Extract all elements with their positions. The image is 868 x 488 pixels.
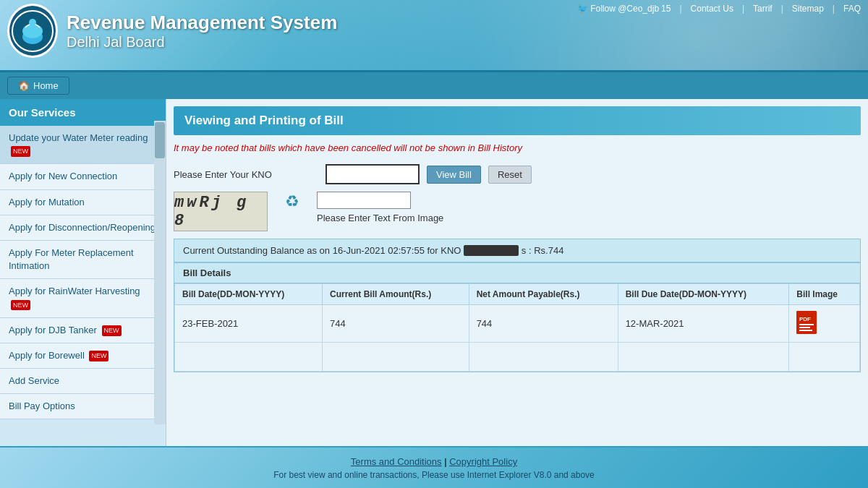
twitter-link[interactable]: 🐦 Follow @Ceo_djb 15	[577, 4, 671, 14]
sidebar-item-tanker[interactable]: Apply for DJB Tanker NEW	[0, 318, 166, 343]
org-subtitle: Delhi Jal Board	[67, 34, 337, 51]
sidebar-item-label: Apply for Borewell	[9, 350, 85, 361]
refresh-icon: ♻	[285, 192, 299, 211]
captcha-input[interactable]	[317, 192, 411, 209]
twitter-count: 15	[661, 4, 671, 14]
sidebar-item-add-service[interactable]: Add Service	[0, 369, 166, 394]
sidebar-item-label: Apply for DJB Tanker	[9, 325, 97, 335]
kno-masked	[464, 245, 519, 256]
empty-cell-1	[175, 343, 323, 372]
divider-2: |	[742, 4, 744, 14]
svg-rect-8	[799, 330, 812, 331]
sidebar-item-label: Bill Pay Options	[9, 401, 75, 411]
home-navigation: 🏠 Home	[0, 72, 868, 99]
sidebar-item-label: Apply for Mutation	[9, 197, 85, 207]
new-badge-borewell: NEW	[89, 351, 109, 361]
bill-date-cell: 23-FEB-2021	[175, 305, 323, 343]
org-logo	[7, 4, 58, 58]
table-row-empty	[175, 343, 860, 372]
divider-3: |	[781, 4, 783, 14]
new-badge-tanker: NEW	[102, 325, 122, 336]
empty-cell-4	[618, 343, 789, 372]
empty-cell-2	[323, 343, 469, 372]
new-badge-rainwater: NEW	[11, 300, 30, 311]
sidebar-item-label: Apply for RainWater Harvesting	[9, 286, 140, 296]
balance-amount: s : Rs.744	[522, 245, 564, 256]
view-bill-button[interactable]: View Bill	[427, 166, 481, 184]
sitemap-link[interactable]: Sitemap	[792, 4, 824, 14]
col-header-bill-date: Bill Date(DD-MON-YYYY)	[175, 284, 323, 305]
kno-input[interactable]	[326, 164, 420, 184]
sidebar-item-label: Apply For Meter Replacement Intimation	[9, 247, 134, 271]
contact-us-link[interactable]: Contact Us	[691, 4, 733, 14]
main-layout: Our Services Update your Water Meter rea…	[0, 99, 868, 446]
bill-table-body: 23-FEB-2021 744 744 12-MAR-2021 PDF	[175, 305, 860, 372]
col-header-due-date: Bill Due Date(DD-MON-YYYY)	[618, 284, 789, 305]
current-amount-cell: 744	[323, 305, 469, 343]
svg-rect-6	[799, 324, 814, 325]
home-label: Home	[33, 80, 59, 91]
captcha-image: mwRj g 8	[174, 192, 268, 231]
logo-area: Revenue Management System Delhi Jal Boar…	[7, 4, 337, 58]
org-name: Revenue Management System Delhi Jal Boar…	[67, 12, 337, 51]
col-header-current-amount: Current Bill Amount(Rs.)	[323, 284, 469, 305]
kno-label: Please Enter Your KNO	[174, 169, 318, 180]
sidebar-item-bill-pay[interactable]: Bill Pay Options	[0, 394, 166, 419]
captcha-refresh-button[interactable]: ♻	[282, 192, 302, 212]
due-date-cell: 12-MAR-2021	[618, 305, 789, 343]
home-button[interactable]: 🏠 Home	[7, 77, 69, 95]
svg-rect-7	[799, 327, 810, 328]
sidebar-item-new-connection[interactable]: Apply for New Connection	[0, 164, 166, 189]
empty-cell-3	[469, 343, 618, 372]
bill-table-container: Bill Details Bill Date(DD-MON-YYYY) Curr…	[174, 262, 861, 372]
sidebar-item-disconnection[interactable]: Apply for Disconnection/Reopening	[0, 215, 166, 241]
terms-link[interactable]: Terms and Conditions	[351, 456, 442, 467]
captcha-input-area: Please Enter Text From Image	[317, 192, 443, 223]
twitter-icon: 🐦	[577, 4, 588, 14]
bill-image-cell[interactable]: PDF	[789, 305, 860, 343]
sidebar: Our Services Update your Water Meter rea…	[0, 99, 166, 446]
captcha-row: mwRj g 8 ♻ Please Enter Text From Image	[174, 192, 861, 231]
balance-row: Current Outstanding Balance as on 16-Jun…	[174, 239, 861, 262]
sidebar-item-borewell[interactable]: Apply for Borewell NEW	[0, 343, 166, 369]
balance-label: Current Outstanding Balance as on 16-Jun…	[183, 245, 461, 256]
sidebar-item-water-meter[interactable]: Update your Water Meter reading NEW	[0, 126, 166, 164]
tarrif-link[interactable]: Tarrif	[753, 4, 773, 14]
org-system-title: Revenue Management System	[67, 12, 337, 34]
copyright-policy-link[interactable]: Copyright Policy	[449, 456, 517, 467]
footer: Terms and Conditions | Copyright Policy …	[0, 446, 868, 488]
bill-table: Bill Date(DD-MON-YYYY) Current Bill Amou…	[174, 283, 860, 372]
scrollbar-thumb[interactable]	[155, 122, 165, 158]
svg-text:PDF: PDF	[799, 316, 811, 322]
new-badge-water-meter: NEW	[11, 146, 30, 157]
sidebar-item-meter-replacement[interactable]: Apply For Meter Replacement Intimation	[0, 241, 166, 279]
divider-1: |	[679, 4, 681, 14]
header: Revenue Management System Delhi Jal Boar…	[0, 0, 868, 72]
kno-row: Please Enter Your KNO View Bill Reset	[174, 164, 861, 184]
divider-4: |	[833, 4, 835, 14]
pdf-icon[interactable]: PDF	[796, 311, 817, 334]
footer-links: Terms and Conditions | Copyright Policy	[9, 456, 859, 467]
twitter-label: Follow @Ceo_djb	[590, 4, 659, 14]
sidebar-item-label: Add Service	[9, 375, 59, 386]
sidebar-item-mutation[interactable]: Apply for Mutation	[0, 190, 166, 215]
footer-browser-note: For best view and online transactions, P…	[9, 470, 859, 480]
sidebar-header: Our Services	[0, 99, 166, 126]
sidebar-item-label: Apply for New Connection	[9, 171, 117, 181]
table-row: 23-FEB-2021 744 744 12-MAR-2021 PDF	[175, 305, 860, 343]
notice-text: It may be noted that bills which have be…	[174, 142, 861, 153]
faq-link[interactable]: FAQ	[843, 4, 861, 14]
reset-button[interactable]: Reset	[488, 166, 532, 184]
form-area: It may be noted that bills which have be…	[174, 142, 861, 372]
scrollbar-track	[154, 121, 166, 424]
home-icon: 🏠	[18, 80, 30, 91]
bill-details-header: Bill Details	[174, 263, 860, 283]
sidebar-item-rainwater[interactable]: Apply for RainWater Harvesting NEW	[0, 279, 166, 317]
sidebar-item-label: Apply for Disconnection/Reopening	[9, 222, 156, 233]
empty-cell-5	[789, 343, 860, 372]
col-header-net-amount: Net Amount Payable(Rs.)	[469, 284, 618, 305]
sidebar-item-label: Update your Water Meter reading	[9, 132, 148, 143]
net-amount-cell: 744	[469, 305, 618, 343]
page-title: Viewing and Printing of Bill	[174, 106, 861, 135]
captcha-text-label: Please Enter Text From Image	[317, 213, 443, 223]
